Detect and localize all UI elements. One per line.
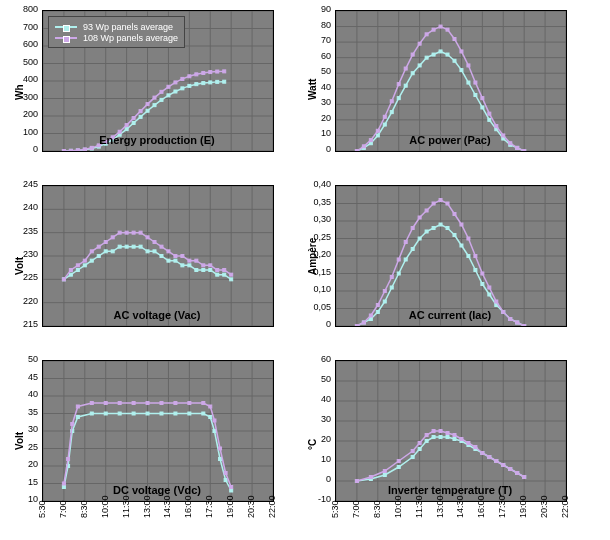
x-tick: 14:30 — [456, 495, 465, 518]
svg-rect-106 — [460, 69, 463, 72]
svg-rect-100 — [418, 64, 421, 67]
svg-rect-121 — [390, 100, 393, 103]
svg-rect-313 — [188, 412, 191, 415]
svg-rect-368 — [453, 438, 456, 441]
svg-rect-175 — [167, 259, 170, 262]
swatch-icon — [55, 37, 77, 39]
svg-rect-325 — [104, 402, 107, 405]
svg-rect-190 — [97, 245, 100, 248]
svg-rect-315 — [209, 416, 212, 419]
svg-rect-39 — [188, 84, 191, 87]
y-tick: 0,10 — [301, 285, 331, 294]
svg-rect-47 — [76, 149, 79, 151]
svg-rect-392 — [474, 446, 477, 449]
svg-rect-133 — [474, 81, 477, 84]
svg-rect-259 — [376, 304, 379, 307]
svg-rect-194 — [125, 231, 128, 234]
svg-rect-264 — [411, 227, 414, 230]
svg-rect-42 — [209, 81, 212, 84]
svg-rect-273 — [474, 255, 477, 258]
svg-rect-386 — [432, 430, 435, 433]
svg-rect-109 — [481, 106, 484, 109]
swatch-icon — [55, 26, 77, 28]
svg-rect-127 — [432, 28, 435, 31]
svg-rect-243 — [439, 223, 442, 226]
svg-rect-58 — [153, 96, 156, 99]
y-tick: 0,40 — [301, 180, 331, 189]
charts-grid: { "legend": { "s1": "93 Wp panels averag… — [0, 0, 610, 540]
svg-rect-34 — [153, 104, 156, 107]
svg-rect-173 — [153, 250, 156, 253]
svg-rect-361 — [397, 466, 400, 469]
svg-rect-395 — [495, 460, 498, 463]
svg-rect-36 — [167, 94, 170, 97]
svg-rect-197 — [146, 236, 149, 239]
svg-rect-321 — [67, 458, 70, 461]
y-tick: 700 — [8, 23, 38, 32]
svg-rect-167 — [111, 250, 114, 253]
svg-rect-97 — [397, 97, 400, 100]
y-tick: 240 — [8, 203, 38, 212]
svg-rect-318 — [224, 479, 227, 482]
y-tick: 50 — [301, 375, 331, 384]
svg-rect-60 — [167, 85, 170, 88]
svg-rect-257 — [362, 321, 365, 324]
svg-rect-102 — [432, 53, 435, 56]
y-tick: 20 — [8, 460, 38, 469]
svg-rect-189 — [90, 250, 93, 253]
y-tick: 245 — [8, 180, 38, 189]
svg-rect-186 — [69, 269, 72, 272]
svg-rect-326 — [118, 402, 121, 405]
svg-rect-317 — [219, 458, 222, 461]
svg-rect-193 — [118, 231, 121, 234]
svg-rect-280 — [523, 325, 526, 327]
y-tick: 0,05 — [301, 303, 331, 312]
svg-rect-272 — [467, 237, 470, 240]
chart-vdc: 1015202530354045505:307:008:3010:0011:30… — [42, 360, 272, 500]
chart-vac: 215220225230235240245AC voltage (Vac)Vol… — [42, 185, 272, 325]
chart-title: AC current (Iac) — [335, 309, 565, 321]
y-tick: 220 — [8, 297, 38, 306]
y-tick: 30 — [301, 415, 331, 424]
x-tick: 13:00 — [143, 495, 152, 518]
svg-rect-384 — [418, 442, 421, 445]
chart-title: Inverter temperature (T) — [335, 484, 565, 496]
svg-rect-132 — [467, 64, 470, 67]
x-tick: 11:30 — [415, 495, 424, 518]
y-tick: 235 — [8, 227, 38, 236]
y-tick: 40 — [301, 395, 331, 404]
svg-rect-263 — [404, 241, 407, 244]
svg-rect-332 — [202, 402, 205, 405]
svg-rect-268 — [439, 199, 442, 202]
svg-rect-244 — [446, 227, 449, 230]
svg-rect-45 — [62, 150, 65, 152]
svg-rect-130 — [453, 38, 456, 41]
svg-rect-363 — [418, 448, 421, 451]
svg-rect-136 — [495, 125, 498, 128]
svg-rect-235 — [383, 300, 386, 303]
svg-rect-59 — [160, 90, 163, 93]
svg-rect-44 — [223, 80, 226, 83]
svg-rect-380 — [369, 476, 372, 479]
plot-area — [335, 360, 567, 502]
svg-rect-305 — [76, 416, 79, 419]
svg-rect-270 — [453, 213, 456, 216]
svg-rect-328 — [146, 402, 149, 405]
svg-rect-397 — [509, 468, 512, 471]
svg-rect-104 — [446, 53, 449, 56]
svg-rect-336 — [224, 472, 227, 475]
svg-rect-265 — [418, 216, 421, 219]
y-tick: 600 — [8, 40, 38, 49]
x-tick: 20:30 — [247, 495, 256, 518]
svg-rect-206 — [209, 264, 212, 267]
svg-rect-201 — [174, 255, 177, 258]
x-tick: 19:00 — [226, 495, 235, 518]
svg-rect-388 — [446, 432, 449, 435]
x-tick: 7:00 — [352, 500, 361, 518]
svg-rect-242 — [432, 227, 435, 230]
svg-rect-185 — [62, 278, 65, 281]
x-tick: 17:30 — [498, 495, 507, 518]
svg-rect-31 — [132, 122, 135, 125]
svg-rect-202 — [181, 255, 184, 258]
svg-rect-245 — [453, 234, 456, 237]
